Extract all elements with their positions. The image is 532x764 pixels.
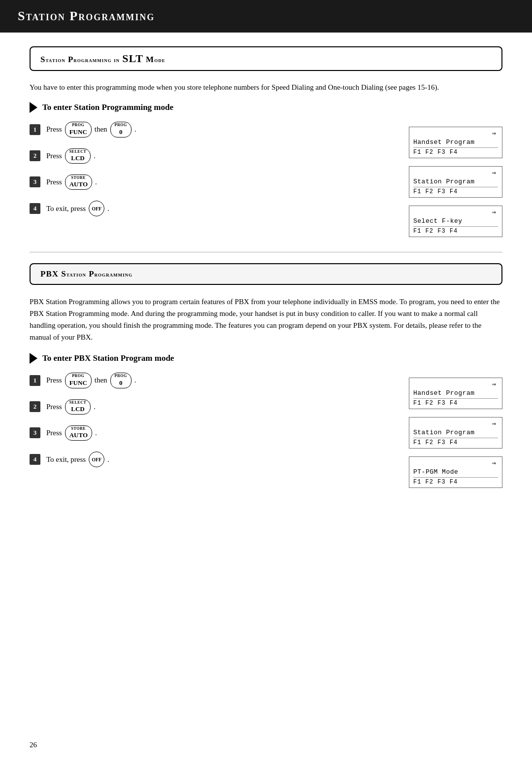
section1-display-col: ⇒ Handset Program F1 F2 F3 F4 ⇒ Station … (409, 127, 502, 237)
section2-steps-area: 1 Press PROG FUNC then PROG 0 . (30, 373, 502, 488)
subsection2-header: To enter PBX Station Program mode (30, 353, 502, 364)
page-title: Station Programming (18, 9, 155, 23)
lcd-display-2-3: ⇒ PT-PGM Mode F1 F2 F3 F4 (409, 456, 502, 488)
lcd-key-2: SELECT LCD (65, 399, 91, 415)
step-text-2-2: Press SELECT LCD . (46, 399, 96, 415)
step-text-1-4: To exit, press OFF . (46, 201, 109, 216)
section1-steps-col: 1 Press PROG FUNC then PROG 0 . (30, 122, 394, 227)
step-num-1-2: 2 (30, 150, 40, 161)
step-2-3: 3 Press STORE AUTO . (30, 425, 394, 441)
step-1-3: 3 Press STORE AUTO . (30, 174, 394, 190)
step-text-2-3: Press STORE AUTO . (46, 425, 97, 441)
step-2-4: 4 To exit, press OFF . (30, 451, 394, 467)
step-num-1-1: 1 (30, 124, 40, 135)
subsection1-title: To enter Station Programming mode (42, 103, 173, 112)
prog0-key-2: PROG 0 (110, 373, 132, 388)
step-num-2-1: 1 (30, 375, 40, 386)
step-2-1: 1 Press PROG FUNC then PROG 0 . (30, 373, 394, 388)
section1-intro: You have to enter this programming mode … (30, 82, 502, 93)
section2-box: PBX Station Programming (30, 263, 502, 285)
off-key-1: OFF (89, 201, 104, 216)
section1-box: Station Programming in SLT Mode (30, 46, 502, 71)
step-text-2-4: To exit, press OFF . (46, 451, 109, 467)
step-text-1-2: Press SELECT LCD . (46, 148, 96, 164)
step-num-1-4: 4 (30, 203, 40, 214)
lcd-display-2-2: ⇒ Station Program F1 F2 F3 F4 (409, 417, 502, 449)
lcd-key-1: SELECT LCD (65, 148, 91, 164)
section1-title: Station Programming in SLT Mode (40, 55, 166, 64)
page-header: Station Programming (0, 0, 532, 33)
lcd-display-2-1: ⇒ Handset Program F1 F2 F3 F4 (409, 378, 502, 409)
step-text-2-1: Press PROG FUNC then PROG 0 . (46, 373, 136, 388)
page-number: 26 (30, 741, 37, 749)
section2-title: PBX Station Programming (40, 269, 133, 278)
subsection1-header: To enter Station Programming mode (30, 102, 502, 113)
step-num-1-3: 3 (30, 176, 40, 187)
auto-key-1: STORE AUTO (65, 174, 92, 190)
step-num-2-2: 2 (30, 401, 40, 412)
step-text-1-1: Press PROG FUNC then PROG 0 . (46, 122, 136, 137)
lcd-display-1-3: ⇒ Select F-key F1 F2 F3 F4 (409, 206, 502, 237)
section2-intro: PBX Station Programming allows you to pr… (30, 296, 502, 343)
section2-display-col: ⇒ Handset Program F1 F2 F3 F4 ⇒ Station … (409, 378, 502, 488)
subsection2-title: To enter PBX Station Program mode (42, 353, 174, 363)
section1-steps-area: 1 Press PROG FUNC then PROG 0 . (30, 122, 502, 237)
prog0-key-1: PROG 0 (110, 122, 132, 137)
step-1-1: 1 Press PROG FUNC then PROG 0 . (30, 122, 394, 137)
func-key-2: PROG FUNC (65, 373, 92, 388)
step-1-2: 2 Press SELECT LCD . (30, 148, 394, 164)
step-num-2-3: 3 (30, 427, 40, 438)
auto-key-2: STORE AUTO (65, 425, 92, 441)
step-text-1-3: Press STORE AUTO . (46, 174, 97, 190)
lcd-display-1-1: ⇒ Handset Program F1 F2 F3 F4 (409, 127, 502, 158)
triangle-icon (30, 102, 37, 113)
section-divider (30, 252, 502, 252)
section2-steps-col: 1 Press PROG FUNC then PROG 0 . (30, 373, 394, 478)
lcd-display-1-2: ⇒ Station Program F1 F2 F3 F4 (409, 166, 502, 198)
func-key-1: PROG FUNC (65, 122, 92, 137)
step-num-2-4: 4 (30, 454, 40, 465)
step-1-4: 4 To exit, press OFF . (30, 201, 394, 216)
off-key-2: OFF (89, 451, 104, 467)
step-2-2: 2 Press SELECT LCD . (30, 399, 394, 415)
triangle-icon-2 (30, 353, 37, 364)
